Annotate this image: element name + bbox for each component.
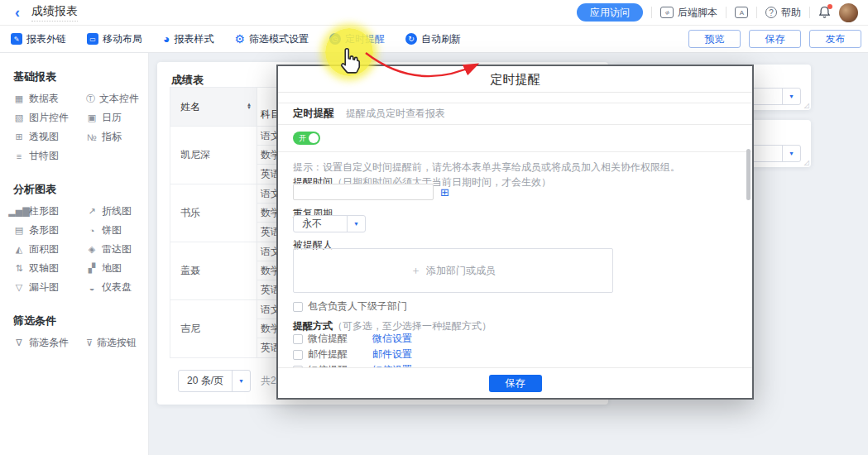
sidebar-section-items: ▂▅▇柱形图↗折线图▤条形图◔饼图◭面积图◈雷达图⇅双轴图▞地图▽漏斗图◒仪表盘	[0, 202, 148, 297]
sidebar-item-calendar[interactable]: ▣日历	[86, 108, 136, 127]
chevron-down-icon: ▼	[347, 216, 365, 232]
modal-body: 定时提醒 提醒成员定时查看报表 开 提示：设置自定义时间提醒前，请先将本表单共享…	[278, 93, 752, 367]
sidebar-item-table[interactable]: ▦数据表	[13, 89, 73, 108]
sidebar-item-gantt[interactable]: ≡甘特图	[13, 146, 73, 165]
sidebar-item-dual-axis[interactable]: ⇅双轴图	[13, 259, 73, 278]
back-icon[interactable]: ‹	[15, 5, 20, 20]
sidebar-section-items: ▦数据表Ⓣ文本控件▧图片控件▣日历⊞透视图№指标≡甘特图	[0, 89, 148, 165]
sidebar-section-title: 分析图表	[13, 182, 148, 197]
name-cell: 吉尼	[170, 300, 257, 357]
method-checkbox[interactable]	[293, 350, 303, 360]
sidebar-item-funnel-chart[interactable]: ▽漏斗图	[13, 278, 73, 297]
backend-script-button[interactable]: ‹/› 后端脚本	[660, 6, 717, 20]
reminder-section-header: 定时提醒 提醒成员定时查看报表	[278, 103, 752, 125]
report-title[interactable]: 成绩报表	[31, 4, 78, 22]
sort-icon[interactable]: ▲▼	[247, 103, 252, 109]
preview-button[interactable]: 预览	[688, 30, 741, 48]
bar-chart-icon: ▤	[13, 225, 25, 236]
gauge-icon: ◒	[86, 283, 98, 293]
sidebar-item-map[interactable]: ▞地图	[86, 259, 136, 278]
filter-condition-icon: ∇	[13, 338, 25, 348]
question-icon: ?	[765, 7, 777, 18]
sidebar-item-radar-chart[interactable]: ◈雷达图	[86, 240, 136, 259]
app-access-button[interactable]: 应用访问	[577, 3, 643, 22]
include-sub-checkbox[interactable]	[293, 302, 303, 312]
sidebar-item-image[interactable]: ▧图片控件	[13, 108, 73, 127]
publish-button[interactable]: 发布	[809, 30, 861, 48]
save-button[interactable]: 保存	[749, 30, 801, 48]
sidebar-item-pivot[interactable]: ⊞透视图	[13, 127, 73, 146]
image-icon: ▧	[13, 113, 25, 123]
modal-save-button[interactable]: 保存	[489, 375, 542, 392]
dual-axis-icon: ⇅	[13, 263, 25, 274]
help-button[interactable]: ? 帮助	[765, 6, 801, 20]
avatar[interactable]	[839, 3, 858, 22]
date-picker-icon[interactable]: ⊞	[440, 187, 449, 198]
toolbar-tab-4[interactable]: ⚙筛选模式设置	[234, 32, 309, 46]
sidebar-item-indicator[interactable]: №指标	[86, 127, 136, 146]
text-icon: Ⓣ	[86, 93, 95, 105]
plus-icon: ＋	[410, 263, 421, 278]
method-row: 微信提醒微信设置	[293, 332, 734, 346]
toolbar-tabs: ✎报表外链▭移动布局◕报表样式⚙筛选模式设置◷定时提醒↻自动刷新	[11, 32, 461, 46]
repeat-select[interactable]: 永不 ▼	[293, 215, 366, 232]
divider	[809, 7, 810, 18]
time-row: ⊞	[293, 184, 734, 200]
toolbar-tab-3[interactable]: ◕报表样式	[163, 32, 213, 46]
notification-dot	[827, 4, 832, 9]
sidebar-item-gauge[interactable]: ◒仪表盘	[86, 278, 136, 297]
filter-button-icon: ⊽	[86, 338, 93, 348]
area-chart-icon: ◭	[13, 244, 25, 255]
column-chart-icon: ▂▅▇	[13, 206, 25, 217]
calendar-icon: ▣	[86, 113, 98, 123]
add-members-box[interactable]: ＋ 添加部门或成员	[293, 248, 613, 293]
sidebar-item-bar-chart[interactable]: ▤条形图	[13, 221, 73, 240]
sidebar-section-items: ∇筛选条件⊽筛选按钮	[0, 333, 148, 352]
line-chart-icon: ↗	[86, 206, 98, 217]
code-icon: ‹/›	[660, 7, 674, 18]
alarm-icon: ◷	[329, 33, 341, 45]
name-cell: 盖聂	[170, 242, 257, 299]
link-icon: ✎	[11, 33, 22, 45]
resize-handle-icon[interactable]: ◿	[804, 160, 809, 166]
app-header: ‹ 成绩报表 应用访问 ‹/› 后端脚本 A ? 帮助	[0, 0, 868, 26]
name-column-header[interactable]: 姓名 ▲▼	[170, 88, 257, 126]
radar-chart-icon: ◈	[86, 244, 98, 255]
sidebar-item-filter-condition[interactable]: ∇筛选条件	[13, 333, 73, 352]
method-settings-link[interactable]: 邮件设置	[372, 347, 412, 362]
chevron-down-icon: ▼	[782, 146, 800, 161]
repeat-row: 永不 ▼	[293, 215, 734, 232]
translate-button[interactable]: A	[735, 7, 748, 18]
toolbar: ✎报表外链▭移动布局◕报表样式⚙筛选模式设置◷定时提醒↻自动刷新 预览 保存 发…	[0, 26, 868, 53]
notification-bell-icon[interactable]	[818, 6, 831, 19]
sidebar-item-pie-chart[interactable]: ◔饼图	[86, 221, 136, 240]
toolbar-tab-6[interactable]: ↻自动刷新	[405, 32, 461, 46]
reminder-time-input[interactable]	[293, 184, 434, 200]
refresh-icon: ↻	[405, 33, 417, 45]
funnel-chart-icon: ▽	[13, 282, 25, 293]
gear-icon: ⚙	[234, 33, 245, 45]
toolbar-tab-1[interactable]: ✎报表外链	[11, 32, 66, 46]
method-checkbox[interactable]	[293, 334, 303, 344]
widget-sidebar: 基础报表▦数据表Ⓣ文本控件▧图片控件▣日历⊞透视图№指标≡甘特图分析图表▂▅▇柱…	[0, 53, 149, 455]
reminder-toggle[interactable]: 开	[293, 132, 320, 145]
sidebar-item-column-chart[interactable]: ▂▅▇柱形图	[13, 202, 73, 221]
sidebar-item-area-chart[interactable]: ◭面积图	[13, 240, 73, 259]
method-settings-link[interactable]: 微信设置	[372, 332, 412, 346]
toolbar-tab-5[interactable]: ◷定时提醒	[329, 32, 385, 46]
chevron-down-icon: ▼	[232, 371, 250, 391]
toolbar-tab-2[interactable]: ▭移动布局	[87, 32, 142, 46]
sidebar-item-filter-button[interactable]: ⊽筛选按钮	[86, 333, 136, 352]
divider	[726, 7, 727, 18]
resize-handle-icon[interactable]: ◿	[804, 103, 809, 109]
scrollbar-thumb[interactable]	[746, 149, 751, 200]
sidebar-item-text[interactable]: Ⓣ文本控件	[86, 89, 136, 108]
modal-footer: 保存	[278, 367, 752, 398]
header-actions: 应用访问 ‹/› 后端脚本 A ? 帮助	[577, 3, 868, 22]
sidebar-item-line-chart[interactable]: ↗折线图	[86, 202, 136, 221]
table-title: 成绩表	[171, 73, 204, 88]
gantt-icon: ≡	[13, 151, 25, 161]
chevron-down-icon: ▼	[782, 89, 800, 104]
toolbar-actions: 预览 保存 发布	[688, 30, 868, 48]
page-size-select[interactable]: 20 条/页 ▼	[178, 370, 251, 392]
